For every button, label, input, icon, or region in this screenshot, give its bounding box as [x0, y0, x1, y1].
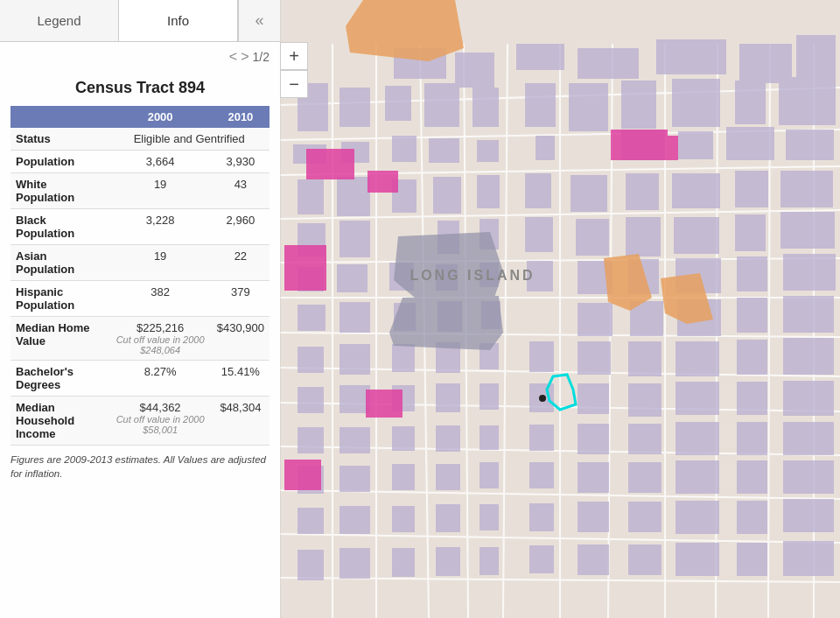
svg-rect-135 [628, 462, 662, 493]
svg-rect-109 [436, 383, 460, 412]
svg-rect-134 [578, 462, 609, 493]
svg-rect-42 [779, 77, 836, 125]
row-val-2010: 379 [212, 281, 270, 317]
svg-rect-102 [628, 341, 662, 376]
svg-rect-151 [340, 548, 370, 579]
table-row: Hispanic Population382379 [10, 281, 270, 317]
svg-rect-144 [529, 503, 554, 531]
row-label: Asian Population [10, 245, 108, 281]
col-header-2000: 2000 [108, 106, 211, 128]
info-panel: Legend Info « < > 1/2 Census Tract 894 2… [0, 0, 280, 618]
data-table: 2000 2010 StatusEligible and GentrifiedP… [10, 106, 270, 446]
svg-rect-72 [735, 214, 766, 251]
svg-rect-45 [392, 136, 416, 162]
table-row: Black Population3,2282,960 [10, 209, 270, 245]
svg-rect-149 [783, 499, 834, 532]
svg-rect-168 [611, 130, 668, 160]
row-label: Median Home Value [10, 317, 108, 361]
svg-rect-148 [737, 501, 767, 534]
svg-rect-54 [337, 177, 370, 216]
svg-rect-69 [576, 219, 609, 256]
row-val-2010: 3,930 [212, 151, 270, 173]
svg-rect-154 [480, 547, 499, 575]
svg-rect-117 [298, 427, 324, 453]
svg-rect-146 [628, 502, 662, 532]
svg-rect-126 [737, 422, 767, 455]
svg-rect-107 [340, 385, 370, 413]
svg-rect-106 [298, 387, 324, 413]
svg-rect-95 [298, 347, 324, 373]
col-header-2010: 2010 [212, 106, 270, 128]
svg-rect-63 [780, 171, 833, 207]
svg-rect-115 [737, 382, 767, 415]
svg-rect-157 [628, 544, 662, 575]
next-page-button[interactable]: > [241, 49, 248, 65]
svg-rect-139 [298, 508, 324, 534]
prev-page-button[interactable]: < [229, 49, 237, 65]
svg-rect-86 [340, 302, 370, 333]
row-label: Population [10, 151, 108, 173]
tab-info[interactable]: Info [119, 0, 238, 41]
svg-rect-51 [726, 127, 774, 160]
svg-rect-62 [735, 171, 768, 207]
svg-rect-28 [578, 48, 639, 79]
svg-rect-110 [480, 383, 499, 410]
svg-rect-97 [392, 344, 415, 372]
svg-rect-50 [678, 131, 713, 159]
svg-rect-113 [628, 383, 662, 417]
svg-rect-159 [737, 543, 767, 576]
svg-rect-114 [676, 382, 719, 415]
svg-rect-105 [783, 338, 834, 375]
svg-point-174 [539, 395, 546, 402]
svg-rect-171 [366, 390, 402, 418]
row-val-2000: 19 [108, 173, 211, 209]
svg-rect-101 [578, 341, 611, 375]
svg-rect-122 [529, 425, 554, 451]
svg-rect-70 [626, 217, 661, 256]
col-header-label [10, 106, 108, 128]
svg-rect-29 [656, 39, 726, 74]
svg-rect-56 [433, 177, 461, 214]
collapse-button[interactable]: « [238, 0, 280, 41]
row-label: White Population [10, 173, 108, 209]
svg-rect-60 [626, 173, 659, 210]
svg-rect-31 [796, 35, 836, 79]
svg-rect-104 [737, 340, 767, 375]
table-row: Bachelor's Degrees8.27%15.41% [10, 361, 270, 397]
row-label: Median Household Income [10, 397, 108, 446]
svg-rect-100 [529, 341, 554, 372]
row-val-2010: $48,304 [212, 397, 270, 446]
row-label: Black Population [10, 209, 108, 245]
svg-rect-169 [661, 136, 678, 160]
table-row: Asian Population1922 [10, 245, 270, 281]
svg-rect-118 [340, 427, 370, 453]
svg-rect-131 [436, 464, 460, 490]
map-controls: + − [280, 42, 308, 98]
svg-rect-48 [536, 136, 555, 160]
svg-rect-73 [780, 212, 835, 249]
row-val-2000: 3,664 [108, 151, 211, 173]
zoom-out-button[interactable]: − [280, 70, 308, 98]
svg-rect-127 [783, 422, 834, 455]
row-val-2010: 22 [212, 245, 270, 281]
table-row: Median Home Value$225,216Cut off value i… [10, 317, 270, 361]
row-val-2000: 19 [108, 245, 211, 281]
svg-marker-162 [389, 296, 503, 350]
svg-rect-83 [737, 256, 767, 291]
svg-rect-39 [621, 81, 656, 129]
tract-title: Census Tract 894 [10, 79, 270, 97]
svg-rect-123 [578, 424, 609, 454]
zoom-in-button[interactable]: + [280, 42, 308, 70]
svg-rect-36 [472, 88, 499, 127]
table-row: Median Household Income$44,362Cut off va… [10, 397, 270, 446]
svg-rect-94 [783, 296, 834, 333]
svg-rect-68 [525, 217, 553, 252]
tab-legend[interactable]: Legend [0, 0, 119, 41]
svg-rect-136 [676, 460, 719, 494]
footnote: Figures are 2009-2013 estimates. All Val… [10, 453, 270, 481]
svg-rect-35 [424, 83, 459, 127]
svg-rect-37 [525, 83, 556, 127]
table-row: StatusEligible and Gentrified [10, 128, 270, 151]
svg-rect-125 [676, 422, 719, 455]
svg-rect-150 [298, 550, 324, 580]
